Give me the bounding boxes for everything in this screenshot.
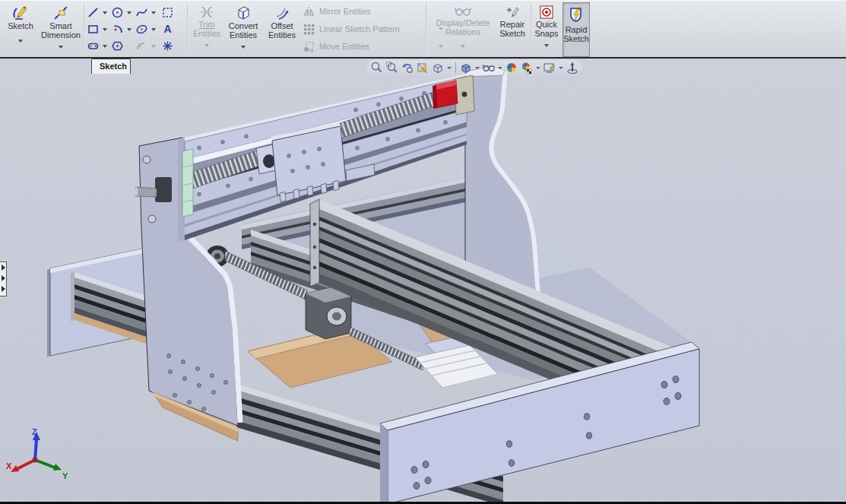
command-manager-ribbon: Sketch Smart Dimension — [0, 0, 846, 58]
trim-dropdown-arrow[interactable] — [204, 44, 209, 47]
apply-scene-dropdown-arrow[interactable] — [536, 67, 540, 69]
spline-dropdown-arrow[interactable] — [151, 11, 156, 14]
slot-tool-button[interactable] — [87, 39, 109, 54]
chevron-right-icon — [2, 265, 5, 271]
rapid-sketch-button[interactable]: Rapid Sketch — [562, 2, 590, 57]
model-viewport[interactable] — [0, 59, 846, 504]
smart-dimension-label-1: Smart — [49, 21, 71, 30]
arc-dropdown-arrow[interactable] — [127, 28, 131, 31]
display-style-icon[interactable] — [459, 61, 473, 74]
previous-view-icon[interactable] — [401, 61, 414, 74]
circle-dropdown-arrow[interactable] — [127, 11, 131, 14]
graphics-area[interactable]: Z X Y — [0, 59, 846, 504]
display-delete-relations-button[interactable]: Display/Delete Relations — [430, 2, 496, 55]
zoom-to-area-icon[interactable] — [385, 61, 399, 74]
smart-dimension-button[interactable]: Smart Dimension — [40, 2, 82, 55]
circle-tool-button[interactable] — [111, 5, 134, 21]
slot-dropdown-arrow[interactable] — [103, 45, 107, 48]
sketch-button-label: Sketch — [3, 22, 38, 31]
arc-tool-button[interactable] — [111, 22, 134, 37]
quick-snaps-button[interactable]: Quick Snaps — [533, 2, 560, 55]
quick-snaps-icon — [539, 5, 554, 20]
sketch-dropdown-arrow[interactable] — [18, 40, 23, 43]
quick-snaps-label-2: Snaps — [534, 29, 558, 38]
smart-dimension-label-2: Dimension — [41, 30, 81, 40]
ribbon-separator — [531, 4, 532, 54]
display-style-dropdown-arrow[interactable] — [475, 67, 480, 69]
polygon-icon — [111, 40, 124, 52]
convert-entities-button[interactable]: Convert Entities — [225, 2, 261, 55]
convert-label-1: Convert — [229, 21, 258, 30]
feature-tree-flyout-tab[interactable] — [0, 262, 7, 296]
upright-slot-hole — [155, 177, 172, 202]
trim-label-2: Entities — [193, 29, 220, 38]
line-tool-button[interactable] — [87, 5, 109, 21]
repair-label-1: Repair — [500, 20, 524, 29]
view-settings-icon[interactable] — [543, 61, 556, 74]
mint-bracket — [182, 149, 193, 217]
convert-label-2: Entities — [230, 30, 257, 40]
rectangle-tool-button[interactable] — [87, 22, 109, 37]
tab-sketch[interactable]: Sketch — [91, 59, 131, 74]
linear-pattern-icon — [303, 23, 315, 36]
view-orientation-dropdown-arrow[interactable] — [447, 67, 452, 69]
ellipse-tool-button[interactable] — [135, 22, 158, 37]
triad-x-label: X — [6, 461, 12, 471]
display-delete-dropdown-arrow[interactable] — [461, 45, 465, 48]
mirror-icon — [303, 5, 315, 18]
shaft-pin — [135, 187, 157, 197]
ellipse-dropdown-arrow[interactable] — [151, 28, 156, 31]
triad-y-label: Y — [62, 471, 68, 480]
rapid-sketch-label-2: Sketch — [563, 34, 589, 43]
fillet-icon — [135, 40, 148, 52]
solidworks-window: Sketch Smart Dimension — [0, 0, 846, 504]
display-delete-label-1: Display/Delete — [436, 18, 490, 27]
rapid-sketch-icon — [568, 6, 585, 23]
smart-dimension-icon — [52, 5, 69, 21]
fillet-dropdown-arrow[interactable] — [151, 45, 156, 48]
zoom-to-fit-icon[interactable] — [370, 61, 384, 74]
linear-sketch-pattern-button[interactable]: Linear Sketch Pattern — [303, 22, 443, 36]
quick-snaps-dropdown-arrow[interactable] — [544, 44, 549, 47]
move-entities-label: Move Entities — [319, 42, 369, 51]
spline-tool-button[interactable] — [135, 5, 158, 21]
trim-entities-button[interactable]: Trim Entities — [190, 2, 223, 55]
ellipse-icon — [135, 23, 148, 36]
hide-show-dropdown-arrow[interactable] — [498, 67, 502, 69]
text-tool-button[interactable]: A — [161, 22, 184, 37]
mirror-entities-button[interactable]: Mirror Entities — [303, 5, 371, 18]
ribbon-separator — [187, 4, 189, 54]
dashed-box-icon — [161, 6, 174, 19]
point-tool-button[interactable] — [161, 39, 184, 54]
asterisk-icon — [161, 40, 174, 52]
move-icon — [303, 40, 315, 53]
section-view-icon[interactable] — [416, 61, 429, 74]
chevron-right-icon — [2, 286, 5, 292]
sketch-picture-button[interactable] — [161, 5, 184, 21]
offset-entities-button[interactable]: Offset Entities — [265, 2, 299, 55]
view-orientation-icon[interactable] — [431, 61, 445, 74]
repair-label-2: Sketch — [499, 29, 525, 38]
view-settings-dropdown-arrow[interactable] — [559, 67, 563, 69]
smart-dimension-dropdown-arrow[interactable] — [59, 46, 63, 49]
sketch-button[interactable]: Sketch — [3, 2, 38, 55]
hide-show-items-icon[interactable] — [482, 61, 496, 74]
orientation-arrow-icon[interactable] — [566, 61, 579, 74]
linear-sketch-pattern-label: Linear Sketch Pattern — [319, 24, 400, 33]
polygon-tool-button[interactable] — [111, 39, 134, 54]
sketch-pencil-icon — [12, 5, 29, 21]
text-icon: A — [161, 23, 174, 36]
edit-appearance-icon[interactable] — [505, 61, 518, 74]
repair-sketch-icon — [505, 5, 520, 20]
line-dropdown-arrow[interactable] — [103, 11, 107, 14]
rectangle-dropdown-arrow[interactable] — [103, 28, 107, 31]
convert-icon — [235, 5, 252, 21]
reference-triad: Z X Y — [6, 426, 76, 487]
move-entities-button[interactable]: Move Entities — [303, 40, 443, 53]
fillet-tool-button[interactable] — [135, 39, 158, 54]
slot-icon — [87, 40, 100, 52]
ribbon-separator — [84, 4, 85, 54]
repair-sketch-button[interactable]: Repair Sketch — [496, 2, 529, 55]
apply-scene-icon[interactable] — [520, 61, 534, 74]
convert-dropdown-arrow[interactable] — [241, 46, 246, 49]
